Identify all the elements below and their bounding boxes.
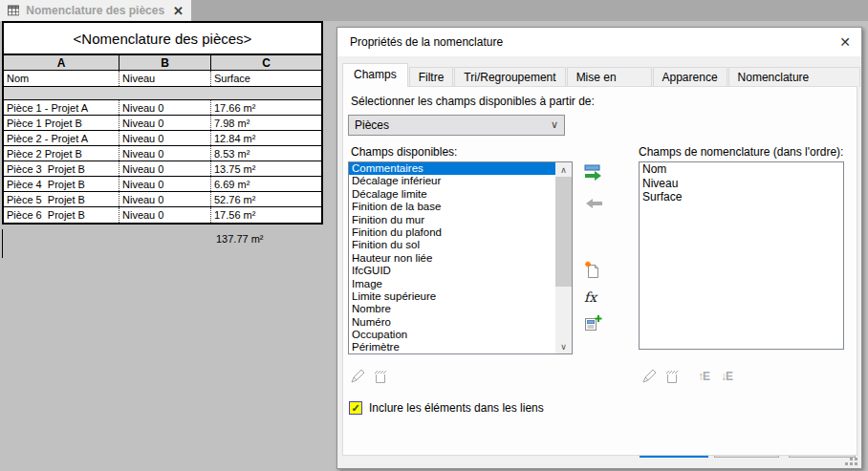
move-down-icon: ↓E <box>721 370 732 383</box>
scroll-down-icon[interactable]: ∨ <box>555 339 572 353</box>
view-tab-close-icon[interactable]: ✕ <box>173 4 184 18</box>
column-letter[interactable]: C <box>210 55 321 70</box>
table-row: Pièce 1 Projet B Niveau 0 7.98 m² <box>4 116 321 131</box>
pencil-icon <box>641 369 657 384</box>
list-item[interactable]: Numéro <box>349 316 555 329</box>
tab-tri-regroupement[interactable]: Tri/Regroupement <box>454 67 565 87</box>
list-item[interactable]: Décalage inférieur <box>349 175 555 187</box>
scheduled-fields-list[interactable]: Nom Niveau Surface <box>639 161 844 350</box>
fx-icon: fx <box>584 289 597 305</box>
list-item[interactable]: Surface <box>640 190 843 204</box>
add-field-button[interactable] <box>584 163 605 182</box>
header-cell[interactable]: Niveau <box>119 71 210 86</box>
list-item[interactable]: Hauteur non liée <box>349 252 555 265</box>
table-row: Pièce 2 Projet B Niveau 0 8.53 m² <box>4 146 321 161</box>
cell-niveau[interactable]: Niveau 0 <box>119 146 210 161</box>
cell-nom[interactable]: Pièce 1 Projet B <box>4 116 119 130</box>
cell-niveau[interactable]: Niveau 0 <box>119 116 210 130</box>
cell-surface[interactable]: 8.53 m² <box>210 146 321 161</box>
column-letter[interactable]: B <box>119 55 210 70</box>
cell-nom[interactable]: Pièce 5 Projet B <box>4 192 119 206</box>
pencil-icon <box>350 369 365 384</box>
list-item[interactable]: Périmètre <box>349 341 555 353</box>
header-cell[interactable]: Surface <box>210 71 321 86</box>
scrollbar[interactable]: ∧ ∨ <box>555 162 572 353</box>
cell-niveau[interactable]: Niveau 0 <box>119 100 210 115</box>
category-select[interactable]: Pièces ∨ <box>348 115 565 136</box>
header-cell[interactable]: Nom <box>4 71 119 86</box>
list-item[interactable]: Finition du plafond <box>349 226 555 239</box>
cell-surface[interactable]: 6.69 m² <box>210 177 321 191</box>
category-select-value: Pièces <box>355 118 389 132</box>
move-up-icon: ↑E <box>698 370 709 383</box>
list-item[interactable]: Occupation <box>349 329 555 341</box>
schedule-header-row: Nom Niveau Surface <box>4 71 321 87</box>
list-item[interactable]: Nombre <box>349 303 555 315</box>
list-item[interactable]: Commentaires <box>349 162 555 175</box>
cell-niveau[interactable]: Niveau 0 <box>119 131 210 145</box>
cell-nom[interactable]: Pièce 2 Projet B <box>4 146 119 161</box>
tab-nomenclature-imbriquee[interactable]: Nomenclature imbriquée <box>728 67 860 87</box>
table-row: Pièce 4 Projet B Niveau 0 6.69 m² <box>4 177 321 192</box>
remove-field-icon <box>584 198 603 209</box>
table-row: Pièce 6 Projet B Niveau 0 17.56 m² <box>4 207 321 223</box>
view-tab-strip: Nomenclature des pièces ✕ <box>0 0 868 21</box>
delete-parameter-icon <box>373 369 388 384</box>
edit-field-button[interactable] <box>349 368 366 385</box>
cell-nom[interactable]: Pièce 3 Projet B <box>4 161 119 176</box>
new-parameter-button[interactable] <box>584 260 605 279</box>
list-item[interactable]: Décalage limite <box>349 188 555 201</box>
list-item[interactable]: Finition du mur <box>349 214 555 226</box>
cell-surface[interactable]: 17.66 m² <box>210 100 321 115</box>
cell-nom[interactable]: Pièce 1 - Projet A <box>4 100 119 115</box>
delete-field-button[interactable] <box>372 368 389 385</box>
view-tab-title: Nomenclature des pièces <box>26 4 164 17</box>
scroll-up-icon[interactable]: ∧ <box>555 162 572 177</box>
calculated-value-button[interactable]: fx <box>584 288 605 307</box>
list-item[interactable]: Finition de la base <box>349 201 555 213</box>
schedule-title[interactable]: <Nomenclature des pièces> <box>4 23 321 55</box>
include-links-checkbox[interactable]: ✓ <box>349 401 362 415</box>
cell-nom[interactable]: Pièce 2 - Projet A <box>4 131 119 145</box>
combine-parameters-button[interactable] <box>584 313 605 332</box>
tab-champs[interactable]: Champs <box>342 63 408 87</box>
combine-parameters-icon <box>584 314 602 332</box>
list-item[interactable]: IfcGUID <box>349 265 555 277</box>
scrollbar-thumb[interactable] <box>555 177 572 287</box>
cell-surface[interactable]: 7.98 m² <box>210 116 321 130</box>
move-field-up-button[interactable]: ↑E <box>695 368 712 385</box>
list-item[interactable]: Limite supérieure <box>349 290 555 303</box>
available-fields-list[interactable]: Commentaires Décalage inférieur Décalage… <box>348 161 573 354</box>
cell-niveau[interactable]: Niveau 0 <box>119 177 210 191</box>
list-item[interactable]: Image <box>349 278 555 290</box>
cell-nom[interactable]: Pièce 6 Projet B <box>4 207 119 223</box>
delete-scheduled-field-button[interactable] <box>663 368 681 385</box>
schedule-spacer-band <box>4 87 321 100</box>
dialog-tab-bar: Champs Filtre Tri/Regroupement Mise en f… <box>342 63 861 87</box>
view-tab-nomenclature[interactable]: Nomenclature des pièces ✕ <box>0 0 191 21</box>
cell-nom[interactable]: Pièce 4 Projet B <box>4 177 119 191</box>
column-letter[interactable]: A <box>4 55 119 70</box>
tab-apparence[interactable]: Apparence <box>653 67 727 87</box>
edit-scheduled-field-button[interactable] <box>640 368 658 385</box>
cell-niveau[interactable]: Niveau 0 <box>119 207 210 223</box>
list-item[interactable]: Finition du sol <box>349 239 555 251</box>
remove-field-button[interactable] <box>584 194 605 213</box>
cell-surface[interactable]: 52.76 m² <box>210 192 321 206</box>
list-item[interactable]: Niveau <box>640 177 843 191</box>
cell-surface[interactable]: 17.56 m² <box>210 207 321 223</box>
available-fields-label: Champs disponibles: <box>351 145 457 159</box>
scheduled-fields-label: Champs de nomenclature (dans l'ordre): <box>639 145 843 159</box>
chevron-down-icon: ∨ <box>551 118 558 131</box>
move-field-down-button[interactable]: ↓E <box>718 368 735 385</box>
cell-niveau[interactable]: Niveau 0 <box>119 192 210 206</box>
list-item[interactable]: Nom <box>640 162 843 177</box>
dialog-close-icon[interactable]: ✕ <box>835 32 855 52</box>
cell-surface[interactable]: 12.84 m² <box>210 131 321 145</box>
cell-niveau[interactable]: Niveau 0 <box>119 161 210 176</box>
tab-filtre[interactable]: Filtre <box>409 67 454 87</box>
cell-surface[interactable]: 13.75 m² <box>210 161 321 176</box>
tab-mise-en-forme[interactable]: Mise en forme <box>567 67 652 87</box>
table-row: Pièce 5 Projet B Niveau 0 52.76 m² <box>4 192 321 207</box>
dialog-titlebar[interactable]: Propriétés de la nomenclature <box>337 28 861 56</box>
